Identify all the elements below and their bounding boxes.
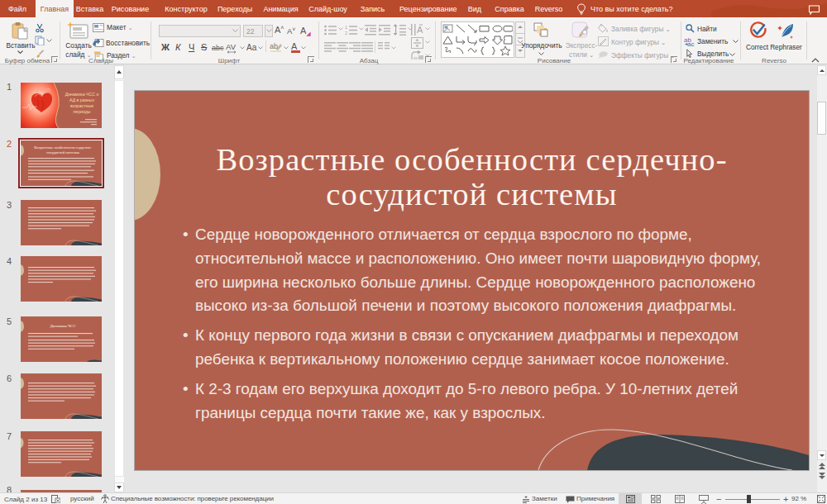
svg-text:возрастные: возрастные — [70, 103, 93, 108]
svg-text:2: 2 — [345, 31, 347, 36]
svg-text:периоды: периоды — [73, 109, 90, 114]
svg-text:A: A — [417, 25, 423, 35]
svg-text:Динамика ЧСС и: Динамика ЧСС и — [65, 92, 99, 97]
svg-text:сосудистой системы: сосудистой системы — [46, 150, 79, 155]
svg-text:Динамика ЧСС: Динамика ЧСС — [50, 324, 75, 328]
svg-text:ac: ac — [687, 40, 694, 46]
svg-text:АД в разных: АД в разных — [69, 97, 94, 102]
svg-text:Возрастные особенности сердечн: Возрастные особенности сердечно- — [34, 145, 92, 150]
svg-text:1: 1 — [345, 25, 347, 30]
